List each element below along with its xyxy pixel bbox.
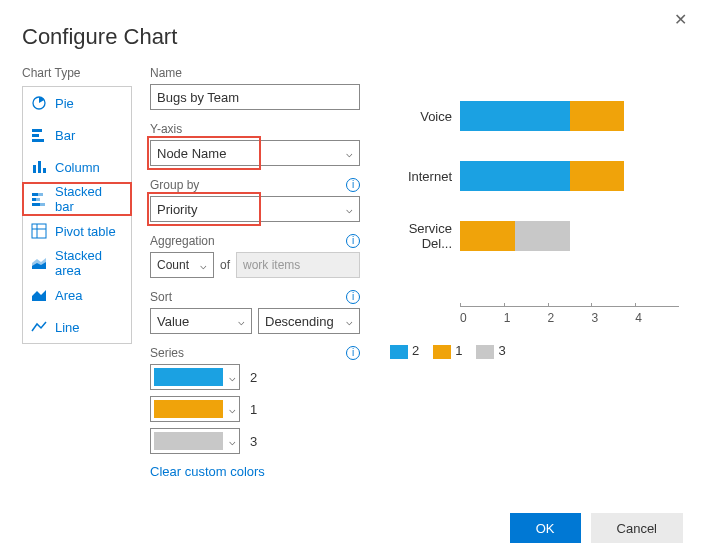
- chart-bar-segment: [460, 221, 515, 251]
- chart-type-pie[interactable]: Pie: [23, 87, 131, 119]
- series-row: ⌵ 1: [150, 396, 360, 422]
- legend-label: 3: [498, 343, 505, 358]
- chart-preview: VoiceInternetService Del... 01234 213: [380, 66, 679, 479]
- chart-type-list: Pie Bar Column Stacked bar Pivot table S…: [22, 86, 132, 344]
- stacked-area-icon: [31, 255, 47, 271]
- svg-rect-5: [38, 161, 41, 173]
- chart-bar-row: Voice: [380, 86, 679, 146]
- sort-label: Sort i: [150, 290, 360, 304]
- legend-swatch: [476, 345, 494, 359]
- name-input[interactable]: Bugs by Team: [150, 84, 360, 110]
- aggregation-target: work items: [236, 252, 360, 278]
- svg-rect-4: [33, 165, 36, 173]
- chart-bar-segment: [460, 161, 570, 191]
- series-row: ⌵ 3: [150, 428, 360, 454]
- chart-type-label: Stacked area: [55, 248, 123, 278]
- axis-tick: 0: [460, 307, 504, 325]
- chevron-down-icon: ⌵: [238, 315, 245, 328]
- chart-bar-segment: [460, 101, 570, 131]
- axis-tick: 1: [504, 307, 548, 325]
- axis-tick: 2: [548, 307, 592, 325]
- chevron-down-icon: ⌵: [346, 147, 353, 160]
- chart-type-label: Line: [55, 320, 80, 335]
- chart-type-label: Area: [55, 288, 82, 303]
- close-icon[interactable]: ✕: [674, 10, 687, 29]
- legend-item: 3: [476, 343, 505, 359]
- legend-swatch: [390, 345, 408, 359]
- legend-swatch: [433, 345, 451, 359]
- chart-bar-segment: [515, 221, 570, 251]
- legend-item: 2: [390, 343, 419, 359]
- svg-rect-13: [32, 224, 46, 238]
- yaxis-label: Y-axis: [150, 122, 360, 136]
- info-icon[interactable]: i: [346, 290, 360, 304]
- series-label: Series i: [150, 346, 360, 360]
- svg-rect-10: [36, 198, 40, 201]
- clear-custom-colors-link[interactable]: Clear custom colors: [150, 464, 360, 479]
- chart-type-bar[interactable]: Bar: [23, 119, 131, 151]
- sort-field-select[interactable]: Value⌵: [150, 308, 252, 334]
- svg-rect-6: [43, 168, 46, 173]
- chevron-down-icon: ⌵: [229, 435, 236, 448]
- chart-type-label: Column: [55, 160, 100, 175]
- svg-rect-3: [32, 139, 44, 142]
- svg-rect-2: [32, 134, 39, 137]
- chart-bar: [460, 101, 679, 131]
- chart-type-header: Chart Type: [22, 66, 132, 80]
- chevron-down-icon: ⌵: [346, 315, 353, 328]
- chevron-down-icon: ⌵: [229, 371, 236, 384]
- chart-category-label: Voice: [380, 109, 460, 124]
- series-row: ⌵ 2: [150, 364, 360, 390]
- swatch: [154, 432, 223, 450]
- name-label: Name: [150, 66, 360, 80]
- chart-type-label: Stacked bar: [55, 184, 123, 214]
- chart-type-column[interactable]: Column: [23, 151, 131, 183]
- series-color-select[interactable]: ⌵: [150, 396, 240, 422]
- info-icon[interactable]: i: [346, 178, 360, 192]
- series-color-select[interactable]: ⌵: [150, 428, 240, 454]
- legend-label: 2: [412, 343, 419, 358]
- line-icon: [31, 319, 47, 335]
- chevron-down-icon: ⌵: [229, 403, 236, 416]
- chart-bar-segment: [570, 101, 625, 131]
- chart-type-stacked-area[interactable]: Stacked area: [23, 247, 131, 279]
- series-color-select[interactable]: ⌵: [150, 364, 240, 390]
- chart-type-label: Bar: [55, 128, 75, 143]
- legend-label: 1: [455, 343, 462, 358]
- swatch: [154, 400, 223, 418]
- chart-bar: [460, 221, 679, 251]
- chart-bar-row: Service Del...: [380, 206, 679, 266]
- svg-rect-12: [40, 203, 45, 206]
- swatch: [154, 368, 223, 386]
- chart-type-stacked-bar[interactable]: Stacked bar: [23, 183, 131, 215]
- groupby-select[interactable]: Priority⌵: [150, 196, 360, 222]
- chart-type-area[interactable]: Area: [23, 279, 131, 311]
- info-icon[interactable]: i: [346, 234, 360, 248]
- svg-rect-9: [32, 198, 36, 201]
- chart-bar-row: Internet: [380, 146, 679, 206]
- ok-button[interactable]: OK: [510, 513, 581, 543]
- chart-type-label: Pie: [55, 96, 74, 111]
- yaxis-select[interactable]: Node Name⌵: [150, 140, 360, 166]
- stacked-bar-icon: [31, 191, 47, 207]
- legend-item: 1: [433, 343, 462, 359]
- svg-rect-1: [32, 129, 42, 132]
- svg-rect-8: [38, 193, 43, 196]
- chart-category-label: Internet: [380, 169, 460, 184]
- cancel-button[interactable]: Cancel: [591, 513, 683, 543]
- chart-bar: [460, 161, 679, 191]
- sort-direction-select[interactable]: Descending⌵: [258, 308, 360, 334]
- chevron-down-icon: ⌵: [200, 259, 207, 272]
- chart-legend: 213: [390, 343, 679, 359]
- aggregation-select[interactable]: Count⌵: [150, 252, 214, 278]
- svg-rect-7: [32, 193, 38, 196]
- chart-category-label: Service Del...: [380, 221, 460, 251]
- series-value: 2: [250, 370, 257, 385]
- pivot-icon: [31, 223, 47, 239]
- chart-type-label: Pivot table: [55, 224, 116, 239]
- info-icon[interactable]: i: [346, 346, 360, 360]
- aggregation-label: Aggregation i: [150, 234, 360, 248]
- chart-type-pivot-table[interactable]: Pivot table: [23, 215, 131, 247]
- aggregation-of: of: [220, 258, 230, 272]
- chart-type-line[interactable]: Line: [23, 311, 131, 343]
